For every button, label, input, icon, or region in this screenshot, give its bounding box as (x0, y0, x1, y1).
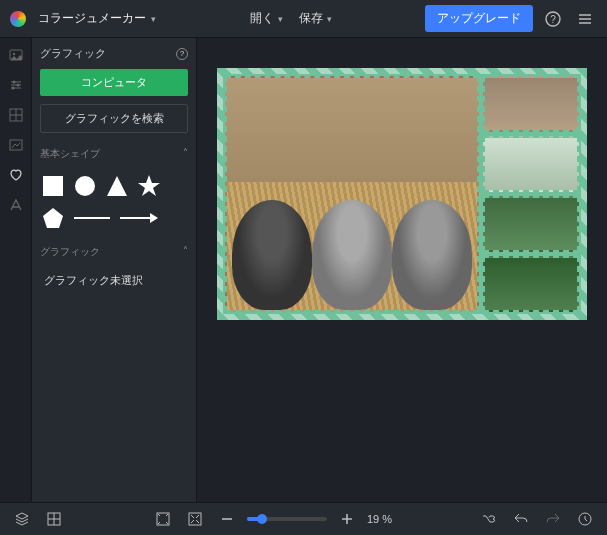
shape-pentagon[interactable] (40, 205, 66, 231)
rail-graphic-icon[interactable] (7, 136, 25, 154)
subject-2 (312, 200, 392, 310)
zoom-percent[interactable]: 19 % (367, 513, 392, 525)
redo-icon[interactable] (541, 507, 565, 531)
zoom-in-icon[interactable] (335, 507, 359, 531)
main-image-placeholder (227, 78, 477, 310)
no-selection-text: グラフィック未選択 (40, 267, 188, 294)
undo-icon[interactable] (509, 507, 533, 531)
svg-point-10 (75, 176, 95, 196)
app-logo-icon (10, 11, 26, 27)
collage-side-column (483, 76, 579, 312)
chevron-down-icon: ▾ (327, 14, 332, 24)
topbar: コラージュメーカー ▾ 開く ▾ 保存 ▾ アップグレード ? (0, 0, 607, 38)
shapes-section-header[interactable]: 基本シェイプ ˄ (40, 147, 188, 161)
fit-screen-icon[interactable] (151, 507, 175, 531)
svg-marker-11 (107, 176, 127, 196)
open-label: 開く (250, 10, 274, 27)
shape-arrow[interactable] (118, 205, 158, 231)
upgrade-button[interactable]: アップグレード (425, 5, 533, 32)
history-icon[interactable] (573, 507, 597, 531)
shape-circle[interactable] (72, 173, 98, 199)
svg-marker-12 (138, 175, 160, 196)
svg-rect-19 (189, 513, 201, 525)
svg-point-3 (12, 53, 14, 55)
shapes-grid (40, 173, 188, 231)
tool-rail (0, 38, 32, 502)
help-small-icon[interactable]: ? (176, 48, 188, 60)
bottombar-left (10, 507, 66, 531)
collage-cell-4[interactable] (483, 256, 579, 312)
collage-cell-1[interactable] (483, 76, 579, 132)
shape-line[interactable] (72, 205, 112, 231)
search-graphics-button[interactable]: グラフィックを検索 (40, 104, 188, 133)
collapse-icon: ˄ (183, 245, 188, 259)
subject-1 (232, 200, 312, 310)
graphic-header-label: グラフィック (40, 245, 100, 259)
center-menu: 開く ▾ 保存 ▾ (244, 6, 338, 31)
canvas-area[interactable] (197, 38, 607, 502)
chevron-down-icon: ▾ (278, 14, 283, 24)
rail-heart-icon[interactable] (7, 166, 25, 184)
main-area: グラフィック ? コンピュータ グラフィックを検索 基本シェイプ ˄ グラフィッ… (0, 38, 607, 502)
zoom-slider-thumb[interactable] (257, 514, 267, 524)
svg-point-4 (12, 81, 15, 84)
svg-rect-9 (43, 176, 63, 196)
svg-marker-13 (43, 208, 63, 228)
zoom-slider[interactable] (247, 517, 327, 521)
shape-star[interactable] (136, 173, 162, 199)
shapes-header-label: 基本シェイプ (40, 147, 100, 161)
open-button[interactable]: 開く ▾ (244, 6, 289, 31)
graphic-section-header[interactable]: グラフィック ˄ (40, 245, 188, 259)
collage-cell-main[interactable] (225, 76, 479, 312)
rail-layout-icon[interactable] (7, 106, 25, 124)
app-title-text: コラージュメーカー (38, 11, 146, 25)
app-title[interactable]: コラージュメーカー ▾ (38, 10, 156, 27)
save-label: 保存 (299, 10, 323, 27)
shape-square[interactable] (40, 173, 66, 199)
collage-cell-3[interactable] (483, 196, 579, 252)
collage-cell-2[interactable] (483, 136, 579, 192)
help-icon[interactable]: ? (541, 7, 565, 31)
zoom-out-icon[interactable] (215, 507, 239, 531)
rail-text-icon[interactable] (7, 196, 25, 214)
collage-frame[interactable] (217, 68, 587, 320)
panel-title: グラフィック (40, 46, 106, 61)
svg-text:?: ? (550, 14, 556, 25)
bottombar-right (477, 507, 597, 531)
menu-icon[interactable] (573, 7, 597, 31)
save-button[interactable]: 保存 ▾ (293, 6, 338, 31)
shape-triangle[interactable] (104, 173, 130, 199)
actual-size-icon[interactable] (183, 507, 207, 531)
subject-3 (392, 200, 472, 310)
svg-point-6 (11, 87, 14, 90)
bottombar-center: 19 % (151, 507, 392, 531)
shuffle-icon[interactable] (477, 507, 501, 531)
rail-images-icon[interactable] (7, 46, 25, 64)
rail-adjust-icon[interactable] (7, 76, 25, 94)
svg-point-5 (16, 84, 19, 87)
computer-button[interactable]: コンピュータ (40, 69, 188, 96)
bottombar: 19 % (0, 502, 607, 535)
side-panel: グラフィック ? コンピュータ グラフィックを検索 基本シェイプ ˄ グラフィッ… (32, 38, 197, 502)
panel-header: グラフィック ? (40, 46, 188, 61)
chevron-down-icon: ▾ (151, 14, 156, 24)
grid-icon[interactable] (42, 507, 66, 531)
layers-icon[interactable] (10, 507, 34, 531)
collapse-icon: ˄ (183, 147, 188, 161)
svg-marker-16 (150, 213, 158, 223)
